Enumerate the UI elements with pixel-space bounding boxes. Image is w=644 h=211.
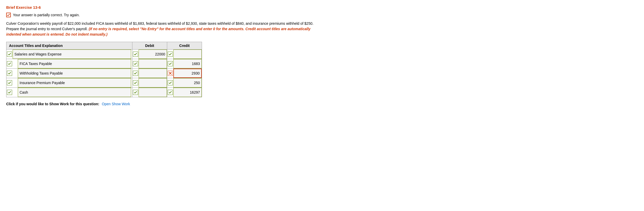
show-work-section: Click if you would like to Show Work for… <box>6 102 638 106</box>
header-credit: Credit <box>167 42 202 50</box>
credit-input-2[interactable] <box>173 59 202 68</box>
credit-check-icon <box>168 52 173 57</box>
debit-input-5[interactable] <box>139 88 167 97</box>
credit-input-5[interactable] <box>173 88 202 97</box>
account-check-icon <box>7 61 12 66</box>
account-input-4[interactable] <box>18 78 131 87</box>
journal-table: Account Titles and Explanation Debit Cre… <box>6 42 202 97</box>
debit-input-4[interactable] <box>139 78 167 87</box>
debit-check-icon <box>133 71 138 76</box>
account-check-icon <box>7 90 12 95</box>
account-input-5[interactable] <box>18 88 131 97</box>
account-input-2[interactable] <box>18 59 131 68</box>
credit-check-icon <box>168 71 173 76</box>
credit-check-icon <box>168 61 173 66</box>
show-work-label: Click if you would like to Show Work for… <box>6 102 99 106</box>
debit-input-3[interactable] <box>139 69 167 78</box>
account-input-3[interactable] <box>18 69 131 78</box>
credit-check-icon <box>168 80 173 85</box>
account-input-1[interactable] <box>13 50 131 59</box>
account-check-icon <box>7 71 12 76</box>
open-show-work-link[interactable]: Open Show Work <box>102 102 130 106</box>
table-row <box>6 88 202 97</box>
table-row <box>6 50 202 59</box>
exercise-title: Brief Exercise 13-6 <box>6 5 638 10</box>
problem-description: Culver Corporation's weekly payroll of $… <box>6 21 315 37</box>
credit-input-1[interactable] <box>173 50 202 59</box>
table-row <box>6 69 202 78</box>
header-debit: Debit <box>132 42 167 50</box>
debit-check-icon <box>133 90 138 95</box>
table-row <box>6 78 202 88</box>
header-account: Account Titles and Explanation <box>6 42 132 50</box>
debit-check-icon <box>133 80 138 85</box>
credit-input-4[interactable] <box>173 78 202 87</box>
debit-check-icon <box>133 52 138 57</box>
debit-input-2[interactable] <box>139 59 167 68</box>
partial-correct-icon <box>6 13 11 17</box>
debit-input-1[interactable] <box>139 50 167 59</box>
table-row <box>6 59 202 69</box>
credit-input-3[interactable] <box>173 69 202 78</box>
account-check-icon <box>7 52 12 57</box>
partial-correct-banner: Your answer is partially correct. Try ag… <box>6 13 638 17</box>
credit-check-icon <box>168 90 173 95</box>
debit-check-icon <box>133 61 138 66</box>
account-check-icon <box>7 80 12 85</box>
partial-correct-text: Your answer is partially correct. Try ag… <box>13 13 80 17</box>
